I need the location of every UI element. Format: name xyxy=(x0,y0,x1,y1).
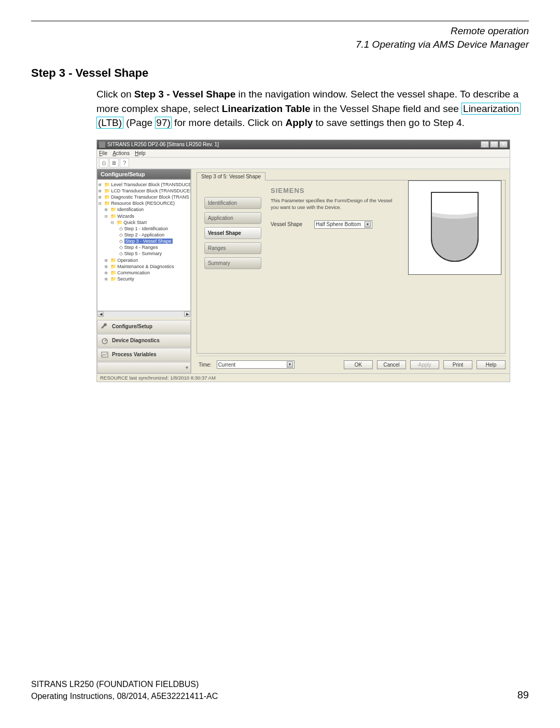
vessel-shape-label: Vessel Shape xyxy=(271,221,306,227)
step-ranges[interactable]: Ranges xyxy=(204,242,261,254)
text: Click on xyxy=(96,89,134,100)
vessel-diagram xyxy=(408,180,501,275)
menu-help[interactable]: Help xyxy=(135,150,146,156)
help-button[interactable]: Help xyxy=(477,360,506,369)
minimize-button[interactable]: _ xyxy=(481,141,489,148)
svg-line-1 xyxy=(105,340,106,341)
chevron-down-icon[interactable]: ▾ xyxy=(287,361,293,368)
step-identification[interactable]: Identification xyxy=(204,197,261,209)
time-value: Current xyxy=(218,362,235,368)
nav-btn-diagnostics[interactable]: Device Diagnostics xyxy=(97,334,191,347)
app-window: SITRANS LR250 DP2-06 [Sitrans LR250 Rev.… xyxy=(96,139,510,382)
xref-link[interactable]: Linearization xyxy=(461,103,521,115)
step-summary[interactable]: Summary xyxy=(204,257,261,269)
maximize-button[interactable]: □ xyxy=(490,141,498,148)
bold: Linearization Table xyxy=(222,103,311,114)
wrench-icon xyxy=(101,323,109,330)
nav-footer: ▾ xyxy=(97,362,191,373)
doc-info: Operating Instructions, 08/2014, A5E3222… xyxy=(31,691,218,702)
vessel-shape-select[interactable]: Half Sphere Bottom ▾ xyxy=(314,220,372,229)
section-heading: Step 3 - Vessel Shape xyxy=(31,66,529,80)
vessel-shape-value: Half Sphere Bottom xyxy=(316,221,361,227)
xref-link[interactable]: (LTB) xyxy=(96,117,123,129)
chart-icon xyxy=(101,351,109,358)
tree-selected[interactable]: Step 3 - Vessel Shape xyxy=(124,239,173,244)
print-button[interactable]: Print xyxy=(443,360,472,369)
nav-btn-process-vars[interactable]: Process Variables xyxy=(97,348,191,361)
step-description: This Parameter specifies the Form/Design… xyxy=(271,198,393,211)
text: to save settings then go to Step 4. xyxy=(313,117,465,128)
content-pane: Step 3 of 5: Vessel Shape Identification… xyxy=(191,169,510,373)
window-title: SITRANS LR250 DP2-06 [Sitrans LR250 Rev.… xyxy=(107,142,481,147)
menu-file[interactable]: File xyxy=(99,150,107,156)
scroll-right-icon[interactable]: ▶ xyxy=(184,312,190,317)
close-button[interactable]: × xyxy=(499,141,508,148)
dialog-button-row: Time: Current ▾ OK Cancel Apply Print He… xyxy=(197,356,506,371)
text: for more details. Click on xyxy=(172,117,286,128)
gauge-icon xyxy=(101,337,109,344)
status-bar: RESOURCE last synchronized: 1/8/2010 8:3… xyxy=(97,373,510,382)
page-footer: SITRANS LR250 (FOUNDATION FIELDBUS) Oper… xyxy=(31,679,529,702)
window-titlebar: SITRANS LR250 DP2-06 [Sitrans LR250 Rev.… xyxy=(97,140,510,149)
print-icon[interactable]: ⎙ xyxy=(99,158,108,167)
body-paragraph: Click on Step 3 - Vessel Shape in the na… xyxy=(96,87,529,130)
ok-button[interactable]: OK xyxy=(344,360,373,369)
nav-header: Configure/Setup xyxy=(97,169,191,179)
nav-pane: Configure/Setup ⊞ 📁 Level Transducer Blo… xyxy=(97,169,191,373)
step-application[interactable]: Application xyxy=(204,212,261,224)
tree-hscrollbar[interactable]: ◀ ▶ xyxy=(97,311,191,317)
menu-actions[interactable]: Actions xyxy=(113,150,130,156)
chevron-down-icon[interactable]: ▾ xyxy=(365,221,371,228)
text: in the Vessel Shape field and see xyxy=(311,103,462,114)
tab-vessel-shape[interactable]: Step 3 of 5: Vessel Shape xyxy=(197,172,265,180)
app-icon xyxy=(99,142,105,148)
page-number: 89 xyxy=(517,688,529,702)
product-name: SITRANS LR250 (FOUNDATION FIELDBUS) xyxy=(31,679,218,690)
nav-tree[interactable]: ⊞ 📁 Level Transducer Block (TRANSDUCE ⊞ … xyxy=(97,179,191,311)
text: (Page xyxy=(123,117,155,128)
dropdown-icon[interactable]: ▾ xyxy=(186,365,188,370)
menubar: File Actions Help xyxy=(97,149,510,158)
header-rule xyxy=(31,21,529,21)
step-vessel-shape[interactable]: Vessel Shape xyxy=(204,227,261,239)
cancel-button[interactable]: Cancel xyxy=(377,360,406,369)
bold: Step 3 - Vessel Shape xyxy=(134,89,235,100)
tab-panel: Identification Application Vessel Shape … xyxy=(197,180,506,354)
time-label: Time: xyxy=(199,362,212,368)
apply-button[interactable]: Apply xyxy=(410,360,439,369)
bold: Apply xyxy=(285,117,313,128)
wizard-step-list: Identification Application Vessel Shape … xyxy=(204,197,261,347)
help-icon[interactable]: ? xyxy=(120,158,129,167)
preview-icon[interactable]: 🗎 xyxy=(109,158,119,167)
time-select[interactable]: Current ▾ xyxy=(217,360,295,369)
section-title: 7.1 Operating via AMS Device Manager xyxy=(31,38,529,51)
chapter-title: Remote operation xyxy=(31,24,529,38)
scroll-left-icon[interactable]: ◀ xyxy=(97,312,104,317)
toolbar: ⎙ 🗎 ? xyxy=(97,158,510,169)
page-header: Remote operation 7.1 Operating via AMS D… xyxy=(31,24,529,51)
nav-btn-configure[interactable]: Configure/Setup xyxy=(97,320,191,333)
page-ref-link[interactable]: 97) xyxy=(155,117,171,129)
